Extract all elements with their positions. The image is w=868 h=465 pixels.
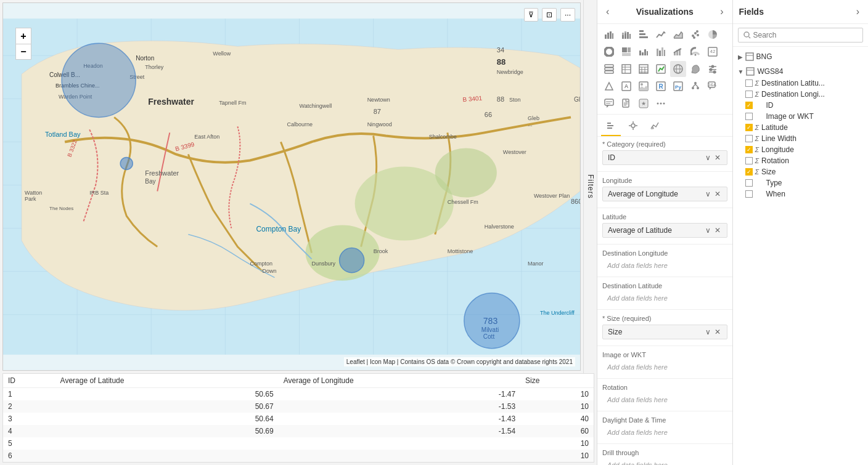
viz-icon-gauge[interactable] [687, 44, 703, 60]
viz-icon-custom1[interactable]: ★ [636, 95, 652, 111]
rotation-placeholder[interactable]: Add data fields here [602, 394, 727, 406]
viz-icon-treemap[interactable] [618, 44, 634, 60]
svg-text:★: ★ [641, 100, 646, 107]
viz-icon-map[interactable] [670, 61, 686, 77]
field-checkbox[interactable] [745, 157, 753, 164]
longitude-dropdown-btn[interactable]: ∨ [704, 190, 712, 198]
viz-icon-stacked-bar[interactable] [618, 26, 634, 42]
svg-rect-85 [639, 33, 645, 35]
field-item[interactable]: When [733, 188, 869, 200]
viz-nav-next[interactable]: › [718, 5, 726, 18]
viz-icon-waterfall[interactable] [636, 44, 652, 60]
viz-nav-prev[interactable]: ‹ [604, 5, 612, 18]
field-checkbox[interactable] [745, 91, 753, 98]
viz-icon-r-visual[interactable]: R [653, 78, 669, 94]
field-item[interactable]: Σ Destination Latitu... [733, 78, 869, 89]
focus-button[interactable]: ⊡ [542, 8, 557, 22]
fields-nav-next[interactable]: › [854, 5, 862, 18]
viz-icon-donut[interactable] [601, 44, 617, 60]
viz-icon-shape[interactable] [601, 78, 617, 94]
longitude-clear-btn[interactable]: ✕ [713, 190, 722, 198]
svg-point-145 [692, 87, 694, 89]
viz-icon-pie[interactable] [705, 26, 721, 42]
viz-icon-text-box[interactable]: A [618, 78, 634, 94]
field-item[interactable]: Type [733, 177, 869, 188]
field-checkbox[interactable] [745, 79, 753, 87]
viz-icon-smart-narrative[interactable] [601, 95, 617, 111]
zoom-out-button[interactable]: − [15, 44, 31, 60]
viz-icon-matrix[interactable] [636, 61, 652, 77]
col-lon: Average of Longitude [279, 374, 520, 388]
field-checkbox[interactable] [745, 113, 753, 120]
more-button[interactable]: ··· [560, 8, 575, 22]
size-field-drop[interactable]: Size ∨ ✕ [602, 325, 727, 339]
viz-icon-more[interactable] [653, 95, 669, 111]
svg-line-148 [695, 84, 698, 87]
viz-icon-slicer[interactable] [705, 61, 721, 77]
viz-icon-line[interactable] [653, 26, 669, 42]
search-input[interactable] [753, 31, 858, 39]
filter-button[interactable]: ⊽ [524, 8, 538, 22]
viz-icon-table[interactable] [618, 61, 634, 77]
field-checkbox[interactable] [745, 190, 753, 198]
size-clear-btn[interactable]: ✕ [713, 328, 722, 336]
dest-latitude-placeholder[interactable]: Add data fields here [602, 292, 727, 304]
latitude-dropdown-btn[interactable]: ∨ [704, 226, 712, 235]
size-dropdown-btn[interactable]: ∨ [704, 328, 712, 336]
viz-tab-fields[interactable] [601, 118, 621, 136]
viz-icon-multirow[interactable] [601, 61, 617, 77]
field-checkbox[interactable] [745, 146, 753, 153]
svg-point-134 [713, 71, 716, 74]
field-label: Destination Longi... [761, 90, 825, 99]
field-checkbox[interactable] [745, 124, 753, 131]
viz-tab-analytics[interactable] [645, 118, 665, 136]
field-group-header[interactable]: ▶ BNG [733, 51, 869, 63]
col-lat: Average of Latitude [55, 374, 279, 388]
field-checkbox[interactable] [745, 135, 753, 142]
daylight-placeholder[interactable]: Add data fields here [602, 426, 727, 439]
field-item[interactable]: Σ Size [733, 166, 869, 177]
viz-icon-decomp-tree[interactable] [687, 78, 703, 94]
field-item[interactable]: Σ Latitude [733, 122, 869, 133]
viz-icon-ribbon[interactable] [653, 44, 669, 60]
sigma-icon: Σ [755, 79, 760, 87]
image-wkt-placeholder[interactable]: Add data fields here [602, 361, 727, 373]
longitude-field-drop[interactable]: Average of Longitude ∨ ✕ [602, 187, 727, 201]
viz-icon-image[interactable] [636, 78, 652, 94]
viz-tab-format[interactable] [623, 118, 643, 136]
field-item[interactable]: ID [733, 100, 869, 111]
category-field-drop[interactable]: ID ∨ ✕ [602, 150, 727, 165]
viz-icon-qa[interactable]: Q&A [705, 78, 721, 94]
viz-icon-scatter[interactable] [687, 26, 703, 42]
field-item[interactable]: Σ Destination Longi... [733, 89, 869, 100]
viz-icon-bar[interactable] [601, 26, 617, 42]
zoom-in-button[interactable]: + [15, 28, 31, 44]
filters-sidebar[interactable]: Filters [583, 0, 597, 373]
viz-icon-col[interactable] [636, 26, 652, 42]
latitude-clear-btn[interactable]: ✕ [713, 226, 722, 235]
field-checkbox[interactable] [745, 179, 753, 187]
dest-longitude-placeholder[interactable]: Add data fields here [602, 259, 727, 272]
viz-icon-combo[interactable] [670, 44, 686, 60]
field-checkbox[interactable] [745, 102, 753, 109]
svg-text:66: 66 [485, 111, 492, 118]
viz-icon-paginated[interactable] [618, 95, 634, 111]
svg-point-89 [697, 34, 699, 36]
drill-through-placeholder[interactable]: Add data fields here [602, 459, 727, 465]
field-item[interactable]: Image or WKT [733, 111, 869, 122]
category-clear-btn[interactable]: ✕ [713, 153, 722, 162]
viz-icon-python[interactable]: Py [670, 78, 686, 94]
viz-icon-kpi[interactable] [653, 61, 669, 77]
field-group-header[interactable]: ▼ WGS84 [733, 65, 869, 78]
viz-icon-card[interactable]: 42 [705, 44, 721, 60]
field-item[interactable]: Σ Longitude [733, 144, 869, 155]
field-item[interactable]: Σ Line Width [733, 133, 869, 144]
viz-icon-filled-map[interactable] [687, 61, 703, 77]
field-item[interactable]: Σ Rotation [733, 155, 869, 166]
svg-rect-104 [661, 47, 663, 56]
category-dropdown-btn[interactable]: ∨ [704, 153, 712, 162]
field-checkbox[interactable] [745, 168, 753, 176]
viz-icon-area[interactable] [670, 26, 686, 42]
latitude-field-drop[interactable]: Average of Latitude ∨ ✕ [602, 223, 727, 238]
svg-text:A: A [624, 83, 629, 89]
